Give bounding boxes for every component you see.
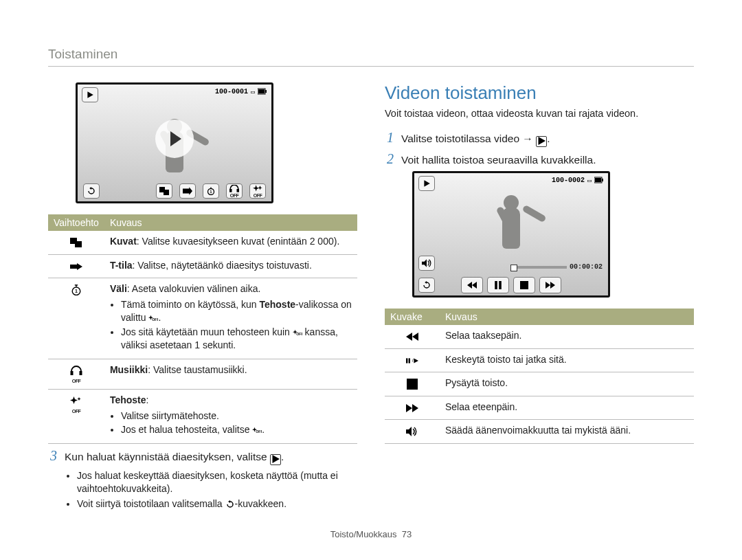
progress-bar: 00:00:02: [510, 263, 603, 271]
svg-rect-37: [595, 178, 601, 182]
svg-marker-13: [253, 185, 259, 191]
back-icon: [83, 183, 100, 199]
svg-marker-35: [424, 180, 429, 187]
svg-text:OFF: OFF: [256, 429, 262, 434]
speaker-icon: [418, 256, 435, 271]
sparkle-off-icon: OFF: [249, 183, 266, 199]
child-silhouette: [497, 195, 526, 257]
svg-marker-53: [414, 358, 418, 363]
table-row: OFF Musiikki: Valitse taustamusiikki.: [48, 359, 357, 389]
table-row: 1 Väli: Aseta valokuvien välinen aika. T…: [48, 278, 357, 359]
svg-rect-54: [407, 379, 418, 390]
play-box-icon: [418, 176, 435, 191]
svg-marker-48: [412, 333, 418, 341]
table-row: Selaa taaksepäin.: [385, 325, 694, 348]
table-row: OFF Tehoste: Valitse siirtymätehoste. Jo…: [48, 389, 357, 444]
arrow-right-bold-icon: [179, 183, 196, 199]
battery-icon: [594, 176, 604, 185]
svg-rect-6: [164, 190, 169, 195]
pause-icon: [487, 277, 509, 293]
svg-marker-7: [183, 187, 192, 195]
svg-rect-38: [602, 179, 603, 181]
svg-marker-49: [406, 333, 412, 341]
svg-marker-47: [550, 282, 555, 289]
page-number: 73: [402, 529, 412, 539]
forward-icon: [539, 277, 561, 293]
sparkle-off-icon: OFF: [148, 312, 158, 323]
play-overlay-icon: [155, 120, 194, 158]
page-footer: Toisto/Muokkaus 73: [0, 529, 742, 539]
svg-rect-12: [237, 189, 240, 192]
play-box-icon: [82, 87, 98, 102]
forward-icon: [406, 402, 418, 414]
slideshow-options-table: Vaihtoehto Kuvaus Kuvat: Valitse kuvaesi…: [48, 214, 357, 444]
arrow-right-bold-icon: [70, 260, 82, 272]
page: Toistaminen 100-0001 ▭: [0, 0, 742, 560]
pause-play-icon: /: [406, 355, 418, 366]
slideshow-screen: 100-0001 ▭: [76, 82, 273, 203]
back-icon: [225, 498, 235, 509]
memory-card-icon: ▭: [251, 88, 255, 96]
battery-icon: [258, 87, 267, 96]
one-pair-icon: [70, 236, 82, 248]
section-heading: Videon toistaminen: [385, 82, 694, 104]
rewind-icon: [406, 331, 418, 342]
play-button-icon: [536, 136, 547, 147]
file-counter: 100-0002: [552, 177, 585, 184]
sub-bullets: Valitse siirtymätehoste. Jos et halua te…: [110, 410, 352, 437]
col-header-icon: Kuvake: [385, 309, 440, 325]
svg-marker-42: [467, 282, 472, 289]
svg-rect-43: [495, 281, 497, 289]
timecode: 00:00:02: [570, 263, 603, 271]
svg-marker-17: [70, 263, 82, 270]
table-row: Säädä äänenvoimakkuutta tai mykistä ääni…: [385, 420, 694, 444]
table-row: / Keskeytä toisto tai jatka sitä.: [385, 348, 694, 372]
sparkle-off-icon: OFF: [54, 395, 99, 415]
transport-controls: [414, 275, 608, 295]
svg-rect-45: [520, 281, 528, 289]
rewind-icon: [461, 277, 483, 293]
file-counter: 100-0001: [215, 88, 248, 96]
svg-marker-57: [406, 427, 412, 436]
step3-bullets: Jos haluat keskeyttää diaesityksen, kosk…: [62, 469, 357, 511]
svg-marker-56: [412, 404, 418, 412]
step-3: 3 Kun haluat käynnistää diaesityksen, va…: [48, 448, 357, 465]
running-header: Toistaminen: [48, 47, 694, 67]
svg-rect-44: [499, 281, 502, 289]
table-row: Pysäytä toisto.: [385, 372, 694, 396]
svg-marker-28: [70, 396, 78, 404]
table-row: Selaa eteenpäin.: [385, 396, 694, 420]
step-2: 2 Voit hallita toistoa seuraavilla kuvak…: [385, 151, 694, 167]
svg-text:OFF: OFF: [153, 317, 159, 321]
sub-bullets: Tämä toiminto on käytössä, kun Tehoste-v…: [110, 298, 352, 352]
speaker-icon: [406, 425, 418, 437]
sparkle-off-icon: OFF: [293, 326, 302, 337]
step-1: 1 Valitse toistotilassa video → .: [385, 130, 694, 147]
svg-text:/: /: [412, 358, 414, 363]
svg-marker-39: [422, 259, 427, 267]
svg-rect-51: [409, 358, 410, 363]
svg-marker-55: [406, 404, 412, 412]
music-off-icon: OFF: [226, 183, 243, 199]
one-pair-icon: [156, 183, 172, 199]
svg-rect-27: [79, 371, 82, 375]
svg-marker-32: [272, 455, 280, 463]
col-header-desc: Kuvaus: [440, 309, 694, 325]
two-column-layout: 100-0001 ▭: [48, 82, 694, 513]
svg-marker-4: [89, 187, 91, 190]
left-column: 100-0001 ▭: [48, 82, 357, 513]
svg-text:OFF: OFF: [296, 331, 302, 335]
svg-rect-11: [229, 189, 232, 192]
col-header-desc: Kuvaus: [104, 214, 357, 231]
sparkle-off-icon: OFF: [252, 424, 262, 435]
video-player-screen: 100-0002 ▭ 00:00:02: [412, 171, 610, 298]
svg-marker-33: [228, 500, 230, 503]
svg-rect-26: [70, 371, 73, 375]
music-off-icon: OFF: [54, 365, 99, 385]
svg-rect-16: [75, 241, 82, 247]
svg-marker-46: [546, 282, 550, 289]
svg-marker-14: [258, 186, 262, 190]
timer-1-icon: 1: [70, 284, 82, 295]
svg-marker-0: [87, 91, 93, 98]
svg-rect-2: [258, 89, 265, 93]
